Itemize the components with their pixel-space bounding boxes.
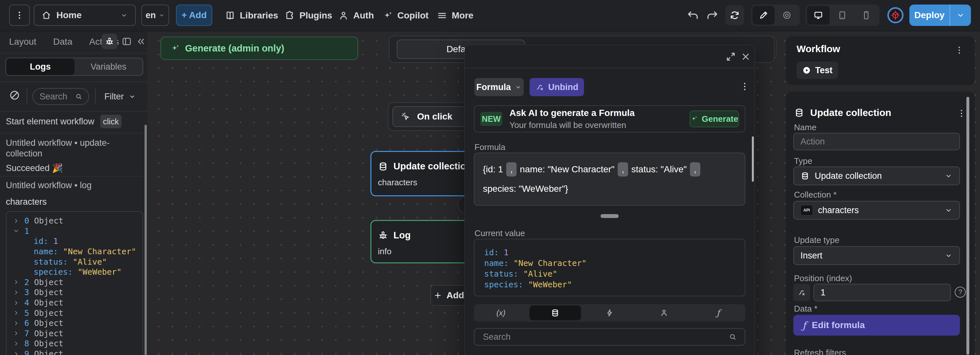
tab-variables[interactable]: (x): [475, 306, 527, 320]
nav-auth[interactable]: Auth: [338, 0, 374, 31]
refresh-filters-label: Refresh filters: [794, 348, 846, 355]
tree-row[interactable]: 4 Object: [13, 298, 143, 308]
tree-row[interactable]: 5 Object: [13, 308, 143, 318]
modal-menu-button[interactable]: [740, 81, 750, 92]
modal-scrollbar[interactable]: [752, 136, 754, 182]
left-panel-scrollbar[interactable]: [145, 125, 147, 355]
chevron-down-icon: [944, 206, 953, 214]
page-selector[interactable]: Home: [34, 5, 136, 26]
test-label: Test: [815, 65, 832, 76]
weweb-logo-icon: [891, 10, 900, 20]
refresh-button[interactable]: [725, 5, 744, 25]
close-modal-button[interactable]: [741, 52, 751, 62]
help-icon[interactable]: ?: [955, 287, 966, 298]
formula-editor[interactable]: {id: 1,name: "New Character",status: "Al…: [474, 152, 745, 206]
log-entry[interactable]: Untitled workflow • update-collection Su…: [6, 138, 135, 174]
undo-icon: [686, 9, 699, 22]
tab-formulas[interactable]: ƒ: [692, 306, 744, 320]
workflow-card: Workflow Test: [786, 36, 975, 85]
generate-admin-button[interactable]: Generate (admin only): [161, 36, 358, 60]
redo-button[interactable]: [706, 9, 719, 22]
filter-label: Filter: [104, 92, 124, 102]
formula-comma-token[interactable]: ,: [690, 162, 700, 176]
nav-plugins[interactable]: Plugins: [285, 0, 332, 31]
edit-formula-label: Edit formula: [812, 320, 865, 330]
update-type-select[interactable]: Insert: [793, 246, 960, 265]
unbind-label: Unbind: [548, 82, 579, 92]
tree-row[interactable]: 9 Object: [13, 349, 143, 355]
formula-comma-token[interactable]: ,: [506, 162, 517, 176]
toggle-logs[interactable]: Logs: [6, 58, 75, 75]
action-card-scrollbar[interactable]: [966, 97, 969, 355]
edit-mode-button[interactable]: [752, 6, 775, 25]
binding-type-dropdown[interactable]: Formula: [474, 78, 524, 96]
tab-workflows[interactable]: [584, 306, 635, 320]
debug-toggle-button[interactable]: [102, 34, 117, 49]
type-select[interactable]: Update collection: [793, 166, 960, 185]
edit-formula-button[interactable]: ƒ Edit formula: [793, 315, 960, 336]
tree-row[interactable]: 3 Object: [13, 287, 143, 298]
nav-copilot[interactable]: Copilot: [382, 0, 428, 31]
panel-layout-button[interactable]: [121, 36, 132, 47]
workflow-menu-button[interactable]: [955, 45, 964, 55]
collapse-panel-button[interactable]: [135, 36, 146, 47]
tab-user[interactable]: [638, 306, 690, 320]
tree-row[interactable]: 6 Object: [13, 318, 143, 328]
cursor-click-icon: [401, 112, 410, 122]
name-input[interactable]: [793, 133, 960, 150]
preview-mode-button[interactable]: [776, 6, 798, 25]
slash-circle-icon: [9, 90, 20, 101]
modal-search[interactable]: [474, 328, 745, 345]
tree-row[interactable]: 8 Object: [13, 339, 143, 349]
action-menu-button[interactable]: [957, 108, 966, 118]
tree-row[interactable]: 1: [13, 226, 143, 236]
deploy-button[interactable]: Deploy: [909, 10, 950, 21]
modal-search-input[interactable]: [482, 332, 729, 342]
position-input[interactable]: [813, 284, 951, 301]
unbind-button[interactable]: Unbind: [530, 78, 584, 96]
menu-icon: [437, 10, 447, 21]
mobile-device-button[interactable]: [855, 6, 878, 25]
log-entry[interactable]: Untitled workflow • log characters: [6, 181, 135, 207]
chevron-right-icon: [13, 218, 19, 224]
bind-formula-button[interactable]: [793, 284, 810, 301]
undo-button[interactable]: [686, 9, 699, 22]
clear-logs-button[interactable]: [9, 90, 20, 101]
chevron-right-icon: [13, 300, 19, 306]
add-button[interactable]: + Add: [176, 5, 212, 26]
expand-modal-button[interactable]: [725, 51, 736, 62]
tab-collections[interactable]: [530, 306, 581, 320]
locale-label: en: [145, 10, 156, 21]
nav-libraries[interactable]: Libraries: [225, 0, 278, 31]
chevron-right-icon: [13, 279, 19, 285]
tree-row[interactable]: 2 Object: [13, 277, 143, 288]
tab-layout[interactable]: Layout: [9, 36, 36, 47]
nav-copilot-label: Copilot: [397, 10, 428, 21]
log-entry[interactable]: Start element workflow click: [6, 114, 121, 128]
log-json-tree[interactable]: 0 Object 1 id: 1 name: "New Character" s…: [6, 211, 143, 355]
formula-comma-token[interactable]: ,: [618, 162, 628, 176]
avatar[interactable]: [887, 7, 904, 23]
test-workflow-button[interactable]: Test: [797, 62, 838, 79]
tablet-icon: [837, 10, 847, 20]
deploy-options-button[interactable]: [950, 11, 971, 19]
chevron-right-icon: [13, 289, 19, 296]
add-step-button[interactable]: Add: [430, 285, 467, 306]
tablet-device-button[interactable]: [831, 6, 854, 25]
logs-search-input[interactable]: [39, 91, 73, 102]
logs-filter[interactable]: Filter: [104, 88, 136, 105]
nav-more[interactable]: More: [437, 0, 474, 31]
logs-search[interactable]: [32, 88, 89, 105]
toggle-variables[interactable]: Variables: [75, 62, 143, 72]
update-type-label: Update type: [794, 235, 839, 245]
locale-selector[interactable]: en: [141, 5, 169, 26]
tab-data[interactable]: Data: [53, 36, 72, 47]
resize-handle[interactable]: [600, 214, 619, 218]
collection-select[interactable]: API characters: [793, 201, 960, 220]
window-menu-button[interactable]: [9, 5, 30, 26]
tree-row[interactable]: 7 Object: [13, 328, 143, 339]
tree-row[interactable]: 0 Object: [13, 216, 143, 226]
chevron-down-icon: [128, 93, 136, 100]
ai-generate-button[interactable]: Generate: [690, 111, 739, 127]
desktop-device-button[interactable]: [807, 6, 830, 25]
